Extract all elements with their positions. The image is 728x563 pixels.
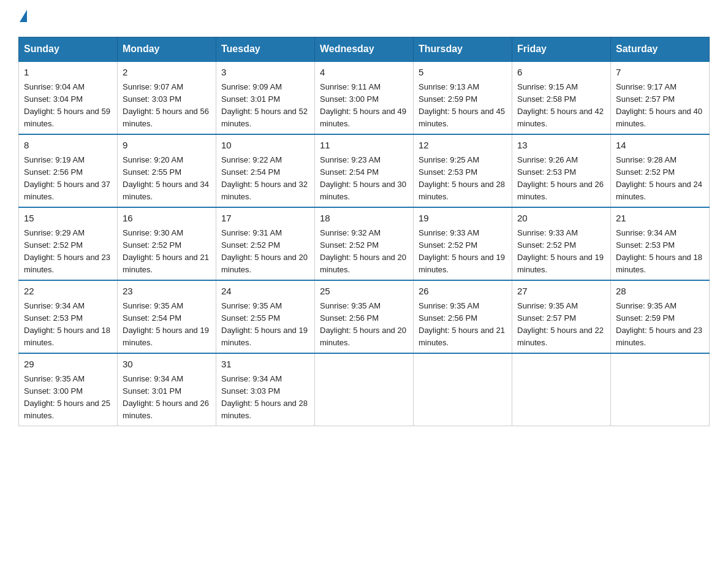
calendar-cell: 27 Sunrise: 9:35 AMSunset: 2:57 PMDaylig… xyxy=(512,280,611,353)
day-number: 2 xyxy=(123,66,211,80)
day-info: Sunrise: 9:35 AMSunset: 2:55 PMDaylight:… xyxy=(221,301,308,347)
day-info: Sunrise: 9:19 AMSunset: 2:56 PMDaylight:… xyxy=(24,155,110,201)
day-info: Sunrise: 9:23 AMSunset: 2:54 PMDaylight:… xyxy=(320,155,406,201)
day-info: Sunrise: 9:34 AMSunset: 2:53 PMDaylight:… xyxy=(24,301,110,347)
day-number: 15 xyxy=(24,212,112,226)
calendar-cell: 9 Sunrise: 9:20 AMSunset: 2:55 PMDayligh… xyxy=(118,134,216,207)
day-number: 31 xyxy=(221,358,309,372)
week-row-2: 8 Sunrise: 9:19 AMSunset: 2:56 PMDayligh… xyxy=(19,134,710,207)
day-info: Sunrise: 9:11 AMSunset: 3:00 PMDaylight:… xyxy=(320,82,406,128)
day-number: 6 xyxy=(517,66,605,80)
day-number: 21 xyxy=(616,212,704,226)
logo-triangle-icon xyxy=(20,10,27,22)
day-number: 5 xyxy=(419,66,507,80)
day-info: Sunrise: 9:22 AMSunset: 2:54 PMDaylight:… xyxy=(221,155,308,201)
day-number: 14 xyxy=(616,139,704,153)
day-number: 10 xyxy=(221,139,309,153)
weekday-header-monday: Monday xyxy=(118,37,216,62)
calendar-cell: 28 Sunrise: 9:35 AMSunset: 2:59 PMDaylig… xyxy=(611,280,710,353)
day-info: Sunrise: 9:35 AMSunset: 2:56 PMDaylight:… xyxy=(320,301,406,347)
day-info: Sunrise: 9:17 AMSunset: 2:57 PMDaylight:… xyxy=(616,82,702,128)
weekday-header-saturday: Saturday xyxy=(611,37,710,62)
calendar-cell: 17 Sunrise: 9:31 AMSunset: 2:52 PMDaylig… xyxy=(216,207,315,280)
day-info: Sunrise: 9:04 AMSunset: 3:04 PMDaylight:… xyxy=(24,82,110,128)
calendar-cell: 13 Sunrise: 9:26 AMSunset: 2:53 PMDaylig… xyxy=(512,134,611,207)
calendar-cell: 24 Sunrise: 9:35 AMSunset: 2:55 PMDaylig… xyxy=(216,280,315,353)
day-number: 18 xyxy=(320,212,408,226)
calendar-cell: 20 Sunrise: 9:33 AMSunset: 2:52 PMDaylig… xyxy=(512,207,611,280)
calendar-cell: 5 Sunrise: 9:13 AMSunset: 2:59 PMDayligh… xyxy=(414,61,512,134)
day-info: Sunrise: 9:28 AMSunset: 2:52 PMDaylight:… xyxy=(616,155,702,201)
day-number: 24 xyxy=(221,285,309,299)
calendar-cell: 18 Sunrise: 9:32 AMSunset: 2:52 PMDaylig… xyxy=(315,207,414,280)
day-number: 7 xyxy=(616,66,704,80)
day-number: 17 xyxy=(221,212,309,226)
day-info: Sunrise: 9:15 AMSunset: 2:58 PMDaylight:… xyxy=(517,82,604,128)
day-info: Sunrise: 9:33 AMSunset: 2:52 PMDaylight:… xyxy=(517,228,604,274)
week-row-3: 15 Sunrise: 9:29 AMSunset: 2:52 PMDaylig… xyxy=(19,207,710,280)
day-number: 1 xyxy=(24,66,112,80)
day-number: 30 xyxy=(123,358,211,372)
calendar-cell xyxy=(512,353,611,426)
day-info: Sunrise: 9:33 AMSunset: 2:52 PMDaylight:… xyxy=(419,228,505,274)
day-number: 22 xyxy=(24,285,112,299)
calendar-table: SundayMondayTuesdayWednesdayThursdayFrid… xyxy=(18,37,710,426)
week-row-5: 29 Sunrise: 9:35 AMSunset: 3:00 PMDaylig… xyxy=(19,353,710,426)
day-number: 19 xyxy=(419,212,507,226)
day-number: 13 xyxy=(517,139,605,153)
day-info: Sunrise: 9:35 AMSunset: 2:59 PMDaylight:… xyxy=(616,301,702,347)
calendar-cell: 21 Sunrise: 9:34 AMSunset: 2:53 PMDaylig… xyxy=(611,207,710,280)
day-number: 23 xyxy=(123,285,211,299)
day-info: Sunrise: 9:26 AMSunset: 2:53 PMDaylight:… xyxy=(517,155,604,201)
week-row-1: 1 Sunrise: 9:04 AMSunset: 3:04 PMDayligh… xyxy=(19,61,710,134)
day-info: Sunrise: 9:35 AMSunset: 2:57 PMDaylight:… xyxy=(517,301,604,347)
calendar-cell: 30 Sunrise: 9:34 AMSunset: 3:01 PMDaylig… xyxy=(118,353,216,426)
day-number: 3 xyxy=(221,66,309,80)
weekday-header-row: SundayMondayTuesdayWednesdayThursdayFrid… xyxy=(19,37,710,62)
calendar-cell: 26 Sunrise: 9:35 AMSunset: 2:56 PMDaylig… xyxy=(414,280,512,353)
day-info: Sunrise: 9:35 AMSunset: 3:00 PMDaylight:… xyxy=(24,374,110,420)
weekday-header-thursday: Thursday xyxy=(414,37,512,62)
day-number: 4 xyxy=(320,66,408,80)
calendar-cell: 12 Sunrise: 9:25 AMSunset: 2:53 PMDaylig… xyxy=(414,134,512,207)
day-info: Sunrise: 9:31 AMSunset: 2:52 PMDaylight:… xyxy=(221,228,308,274)
page-header xyxy=(18,12,710,25)
logo xyxy=(18,12,27,25)
day-info: Sunrise: 9:09 AMSunset: 3:01 PMDaylight:… xyxy=(221,82,308,128)
day-info: Sunrise: 9:29 AMSunset: 2:52 PMDaylight:… xyxy=(24,228,110,274)
day-info: Sunrise: 9:20 AMSunset: 2:55 PMDaylight:… xyxy=(123,155,209,201)
day-info: Sunrise: 9:35 AMSunset: 2:56 PMDaylight:… xyxy=(419,301,505,347)
day-number: 20 xyxy=(517,212,605,226)
day-number: 28 xyxy=(616,285,704,299)
calendar-cell: 29 Sunrise: 9:35 AMSunset: 3:00 PMDaylig… xyxy=(19,353,118,426)
day-info: Sunrise: 9:30 AMSunset: 2:52 PMDaylight:… xyxy=(123,228,209,274)
weekday-header-wednesday: Wednesday xyxy=(315,37,414,62)
calendar-cell: 8 Sunrise: 9:19 AMSunset: 2:56 PMDayligh… xyxy=(19,134,118,207)
calendar-cell: 15 Sunrise: 9:29 AMSunset: 2:52 PMDaylig… xyxy=(19,207,118,280)
calendar-cell: 25 Sunrise: 9:35 AMSunset: 2:56 PMDaylig… xyxy=(315,280,414,353)
day-number: 12 xyxy=(419,139,507,153)
week-row-4: 22 Sunrise: 9:34 AMSunset: 2:53 PMDaylig… xyxy=(19,280,710,353)
calendar-cell: 6 Sunrise: 9:15 AMSunset: 2:58 PMDayligh… xyxy=(512,61,611,134)
day-info: Sunrise: 9:07 AMSunset: 3:03 PMDaylight:… xyxy=(123,82,209,128)
calendar-cell: 7 Sunrise: 9:17 AMSunset: 2:57 PMDayligh… xyxy=(611,61,710,134)
day-info: Sunrise: 9:32 AMSunset: 2:52 PMDaylight:… xyxy=(320,228,406,274)
day-number: 9 xyxy=(123,139,211,153)
weekday-header-friday: Friday xyxy=(512,37,611,62)
calendar-cell: 23 Sunrise: 9:35 AMSunset: 2:54 PMDaylig… xyxy=(118,280,216,353)
day-number: 8 xyxy=(24,139,112,153)
calendar-cell: 14 Sunrise: 9:28 AMSunset: 2:52 PMDaylig… xyxy=(611,134,710,207)
day-info: Sunrise: 9:13 AMSunset: 2:59 PMDaylight:… xyxy=(419,82,505,128)
weekday-header-tuesday: Tuesday xyxy=(216,37,315,62)
day-info: Sunrise: 9:34 AMSunset: 3:03 PMDaylight:… xyxy=(221,374,308,420)
day-number: 11 xyxy=(320,139,408,153)
day-info: Sunrise: 9:34 AMSunset: 2:53 PMDaylight:… xyxy=(616,228,702,274)
calendar-cell: 1 Sunrise: 9:04 AMSunset: 3:04 PMDayligh… xyxy=(19,61,118,134)
calendar-cell: 3 Sunrise: 9:09 AMSunset: 3:01 PMDayligh… xyxy=(216,61,315,134)
day-number: 16 xyxy=(123,212,211,226)
weekday-header-sunday: Sunday xyxy=(19,37,118,62)
calendar-cell: 10 Sunrise: 9:22 AMSunset: 2:54 PMDaylig… xyxy=(216,134,315,207)
day-number: 27 xyxy=(517,285,605,299)
calendar-body: 1 Sunrise: 9:04 AMSunset: 3:04 PMDayligh… xyxy=(19,61,710,426)
day-info: Sunrise: 9:35 AMSunset: 2:54 PMDaylight:… xyxy=(123,301,209,347)
